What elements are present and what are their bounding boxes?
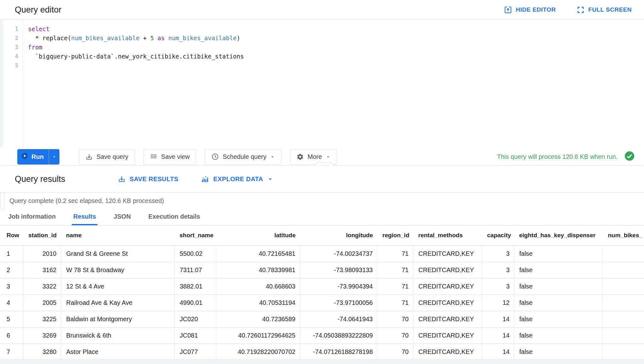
results-tab-bar: Job informationResultsJSONExecution deta…: [0, 209, 644, 226]
explore-data-caret-icon: [267, 176, 273, 182]
table-cell: 3: [482, 278, 514, 294]
column-header-rental_methods: rental_methods: [413, 226, 482, 245]
results-table-container[interactable]: Rowstation_idnameshort_namelatitudelongi…: [0, 226, 644, 360]
editor-left-strip: [0, 20, 3, 148]
more-button[interactable]: More: [290, 149, 337, 165]
table-cell: CREDITCARD,KEY: [413, 278, 482, 294]
column-header-short_name: short_name: [174, 226, 216, 245]
table-cell: JC077: [174, 344, 216, 360]
run-options-caret-button[interactable]: [49, 149, 59, 165]
save-view-grid-icon: [150, 153, 157, 160]
line-number-gutter: 12345: [3, 20, 23, 148]
column-header-eightd_has_key_dispenser: eightd_has_key_dispenser: [514, 226, 602, 245]
table-cell: [602, 245, 644, 262]
tab-job-information[interactable]: Job information: [7, 209, 57, 225]
table-cell: 7311.07: [174, 262, 216, 278]
query-status-text: Query complete (0.2 sec elapsed, 120.6 K…: [9, 193, 164, 209]
table-cell: W 78 St & Broadway: [61, 262, 174, 278]
table-cell: false: [514, 311, 602, 327]
header-actions: HIDE EDITOR FULL SCREEN: [504, 0, 632, 20]
table-cell: false: [514, 327, 602, 344]
save-query-button[interactable]: Save query: [79, 149, 135, 165]
explore-data-button[interactable]: EXPLORE DATA: [201, 175, 273, 183]
table-cell: CREDITCARD,KEY: [413, 262, 482, 278]
tab-execution-details[interactable]: Execution details: [147, 209, 202, 225]
line-number: 1: [3, 25, 23, 34]
column-header-station_id: station_id: [23, 226, 61, 245]
table-cell: Brunswick & 6th: [61, 327, 174, 344]
schedule-caret-icon: [270, 154, 275, 159]
table-cell: false: [514, 294, 602, 311]
table-cell: 71: [377, 245, 413, 262]
table-cell: 2010: [23, 245, 61, 262]
table-cell: [602, 262, 644, 278]
table-cell: CREDITCARD,KEY: [413, 294, 482, 311]
gear-icon: [297, 153, 304, 160]
table-cell: -74.00234737: [300, 245, 377, 262]
code-line: select: [28, 25, 644, 34]
table-cell: 1: [0, 245, 23, 262]
table-cell: 3225: [23, 311, 61, 327]
table-cell: 70: [377, 344, 413, 360]
code-line: `bigquery-public-data`.new_york_citibike…: [28, 52, 644, 61]
table-cell: 40.7236589: [216, 311, 300, 327]
download-icon: [118, 175, 125, 183]
tab-results[interactable]: Results: [72, 209, 97, 225]
schedule-query-button[interactable]: Schedule query: [205, 149, 281, 165]
table-cell: 4: [0, 294, 23, 311]
table-cell: Baldwin at Montgomery: [61, 311, 174, 327]
results-title: Query results: [15, 166, 65, 192]
column-header-latitude: latitude: [216, 226, 300, 245]
table-cell: 6: [0, 327, 23, 344]
sql-code-editor[interactable]: 12345 select * replace(num_bikes_availab…: [0, 20, 644, 148]
column-header-longitude: longitude: [300, 226, 377, 245]
more-caret-icon: [326, 154, 330, 159]
column-header-capacity: capacity: [482, 226, 514, 245]
tab-json[interactable]: JSON: [112, 209, 132, 225]
table-row: 73280Astor PlaceJC07740.71928220070702-7…: [0, 344, 644, 360]
table-cell: [602, 278, 644, 294]
table-cell: -74.0641943: [300, 311, 377, 327]
table-cell: JC020: [174, 311, 216, 327]
query-validation-message: This query will process 120.6 KB when ru…: [497, 150, 635, 163]
table-cell: [602, 311, 644, 327]
table-row: 63269Brunswick & 6thJC08140.726011729646…: [0, 327, 644, 344]
table-cell: 71: [377, 262, 413, 278]
query-results-header: Query results SAVE RESULTS EXPLORE DATA: [0, 166, 644, 193]
table-cell: Grand St & Greene St: [61, 245, 174, 262]
table-row: 42005Railroad Ave & Kay Ave4990.0140.705…: [0, 294, 644, 311]
table-row: 23162W 78 St & Broadway7311.0740.7833998…: [0, 262, 644, 278]
results-table: Rowstation_idnameshort_namelatitudelongi…: [0, 226, 644, 360]
table-cell: Astor Place: [61, 344, 174, 360]
query-editor-header: Query editor HIDE EDITOR FULL SCREEN: [0, 0, 644, 20]
hide-editor-icon: [504, 6, 512, 14]
column-header-num_bikes_: num_bikes_: [602, 226, 644, 245]
table-cell: 14: [482, 311, 514, 327]
full-screen-button[interactable]: FULL SCREEN: [577, 6, 632, 14]
table-cell: 3162: [23, 262, 61, 278]
horizontal-scrollbar-track[interactable]: [0, 360, 644, 364]
table-header-row: Rowstation_idnameshort_namelatitudelongi…: [0, 226, 644, 245]
table-cell: CREDITCARD,KEY: [413, 344, 482, 360]
table-cell: false: [514, 278, 602, 294]
table-cell: 7: [0, 344, 23, 360]
table-cell: 3280: [23, 344, 61, 360]
table-cell: -73.98093133: [300, 262, 377, 278]
save-view-button[interactable]: Save view: [143, 149, 196, 165]
table-cell: [602, 327, 644, 344]
table-cell: -74.05038893222809: [300, 327, 377, 344]
table-cell: 5500.02: [174, 245, 216, 262]
schedule-clock-icon: [211, 153, 219, 160]
table-cell: -74.07126188278198: [300, 344, 377, 360]
table-cell: 40.72601172964625: [216, 327, 300, 344]
hide-editor-button[interactable]: HIDE EDITOR: [504, 6, 556, 14]
code-line: * replace(num_bikes_available + 5 as num…: [28, 34, 644, 43]
save-results-button[interactable]: SAVE RESULTS: [118, 175, 178, 183]
run-button[interactable]: Run: [17, 149, 49, 165]
code-line: [28, 61, 644, 70]
table-cell: 3: [0, 278, 23, 294]
table-cell: 40.78339981: [216, 262, 300, 278]
table-cell: false: [514, 245, 602, 262]
results-actions: SAVE RESULTS EXPLORE DATA: [118, 166, 273, 192]
table-cell: 70: [377, 311, 413, 327]
